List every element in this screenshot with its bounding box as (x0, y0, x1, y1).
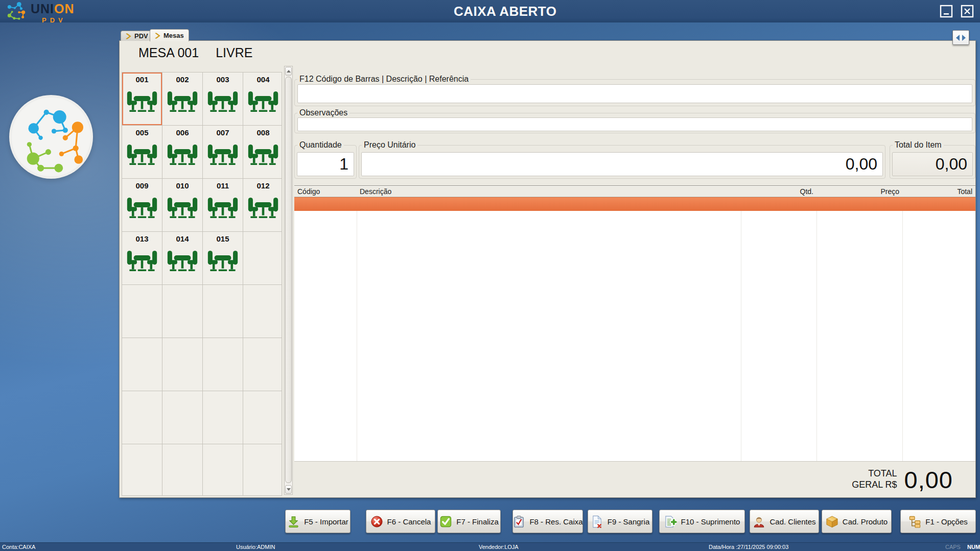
observations-input[interactable] (297, 117, 972, 131)
mesa-cell[interactable]: 015 (203, 232, 243, 284)
mesa-cell[interactable]: 014 (162, 232, 202, 284)
cad-produto-button[interactable]: Cad. Produto (822, 510, 892, 533)
table-with-chairs-icon (167, 143, 198, 166)
import-download-icon (287, 515, 300, 528)
column-header-total: Total (902, 187, 975, 196)
tab-mesas-label: Mesas (164, 32, 184, 39)
mesa-cell[interactable] (162, 285, 202, 338)
client-person-icon (753, 515, 765, 528)
table-with-chairs-icon (167, 90, 198, 113)
mesa-cell[interactable] (203, 444, 243, 496)
mesa-cell[interactable] (162, 391, 202, 444)
f10-suprimento-button[interactable]: F10 - Suprimento (659, 510, 745, 533)
mesa-number: 010 (162, 181, 202, 190)
mesa-cell[interactable]: 013 (122, 232, 162, 284)
unit-price-group-label: Preço Unitário (362, 140, 417, 150)
f1-opcoes-button[interactable]: F1 - Opções (900, 510, 976, 533)
finalize-green-check-icon (439, 515, 452, 528)
f5-importar-button[interactable]: F5 - Importar (285, 510, 351, 533)
cash-summary-clipboard-icon (512, 515, 525, 528)
tab-mesas[interactable]: Mesas (150, 29, 189, 41)
close-window-button[interactable] (960, 4, 974, 18)
mesa-cell[interactable]: 004 (243, 73, 282, 125)
footer-button-bar: F5 - Importar F6 - Cancela F7 - Finaliza (0, 510, 980, 533)
mesa-cell[interactable]: 012 (243, 179, 282, 231)
mesa-grid-scrollbar[interactable] (284, 66, 293, 495)
mesa-cell[interactable]: 008 (243, 126, 282, 178)
scrollbar-thumb[interactable] (285, 77, 292, 483)
logo-wordmark: UNION (31, 3, 75, 15)
status-num-indicator: NUM (967, 544, 980, 550)
mesa-cell[interactable]: 007 (203, 126, 243, 178)
f7-finaliza-button[interactable]: F7 - Finaliza (437, 510, 501, 533)
mesa-cell[interactable] (203, 285, 243, 338)
mesa-cell[interactable] (243, 444, 282, 496)
table-with-chairs-icon (126, 143, 158, 166)
mesa-cell[interactable] (122, 391, 162, 444)
restore-icon (940, 5, 953, 18)
mesa-cell[interactable] (243, 232, 282, 284)
mesa-cell[interactable] (162, 338, 202, 391)
scroll-up-button[interactable] (285, 67, 292, 76)
f8-resumo-caixa-button[interactable]: F8 - Res. Caixa (512, 510, 583, 533)
tab-pdv[interactable]: PDV (121, 31, 153, 41)
column-header-descricao: Descrição (357, 187, 741, 196)
mesa-cell[interactable]: 002 (162, 73, 202, 125)
mesa-number: 006 (162, 128, 202, 137)
unit-price-group: Preço Unitário 0,00 (359, 145, 885, 179)
f6-cancela-button[interactable]: F6 - Cancela (366, 510, 435, 533)
mesa-cell[interactable]: 003 (203, 73, 243, 125)
mesa-cell[interactable] (203, 338, 243, 391)
tab-strip: PDV Mesas (0, 22, 980, 41)
mesa-cell[interactable]: 001 (122, 73, 162, 125)
table-with-chairs-icon (247, 196, 279, 220)
restore-window-button[interactable] (939, 4, 953, 18)
scroll-down-button[interactable] (285, 485, 292, 494)
union-network-icon (5, 1, 27, 22)
item-total-group-label: Total do Item (893, 140, 944, 150)
union-logo-watermark (9, 95, 93, 179)
quantity-input[interactable]: 1 (297, 152, 354, 176)
mesa-cell[interactable] (243, 285, 282, 338)
mesa-cell[interactable]: 006 (162, 126, 202, 178)
unit-price-input[interactable]: 0,00 (361, 152, 883, 176)
arrow-right-icon (962, 35, 966, 41)
total-value: 0,00 (904, 466, 953, 494)
mesa-number: 009 (122, 181, 162, 190)
quantity-group-label: Quantidade (297, 140, 344, 150)
mesa-grid: 0010020030040050060070080090100110120130… (122, 72, 282, 496)
tab-scroll-button[interactable] (952, 30, 969, 45)
cancel-red-circle-icon (370, 515, 383, 528)
column-header-qtd: Qtd. (741, 187, 816, 196)
mesa-cell[interactable] (122, 444, 162, 496)
table-with-chairs-icon (126, 90, 158, 113)
window-title: CAIXA ABERTO (454, 4, 557, 19)
mesa-cell[interactable] (122, 338, 162, 391)
arrow-left-icon (956, 35, 960, 41)
mesa-cell[interactable]: 005 (122, 126, 162, 178)
mesa-cell[interactable] (122, 285, 162, 338)
barcode-group: F12 Código de Barras | Descrição | Refer… (294, 79, 975, 106)
table-with-chairs-icon (167, 196, 198, 220)
mesa-cell[interactable]: 011 (203, 179, 243, 231)
selected-item-row[interactable] (294, 197, 975, 211)
mesa-cell[interactable]: 010 (162, 179, 202, 231)
close-icon (961, 5, 974, 18)
barcode-input[interactable] (297, 84, 972, 103)
mesa-cell[interactable] (243, 338, 282, 391)
mesas-content-panel: MESA 001LIVRE 00100200300400500600700800… (119, 40, 976, 498)
mesa-cell[interactable] (162, 444, 202, 496)
mesa-number: 001 (122, 75, 162, 84)
table-with-chairs-icon (207, 196, 239, 220)
column-divider (357, 211, 357, 461)
mesa-number: 002 (162, 75, 202, 84)
mesa-number: 014 (162, 234, 202, 243)
f9-sangria-button[interactable]: F9 - Sangria (588, 510, 652, 533)
cad-clientes-button[interactable]: Cad. Clientes (750, 510, 819, 533)
mesa-cell[interactable]: 009 (122, 179, 162, 231)
mesa-cell[interactable] (203, 391, 243, 444)
column-divider (816, 211, 817, 461)
mesa-cell[interactable] (243, 391, 282, 444)
mesa-number: 007 (203, 128, 243, 137)
chevron-right-icon (126, 33, 131, 39)
